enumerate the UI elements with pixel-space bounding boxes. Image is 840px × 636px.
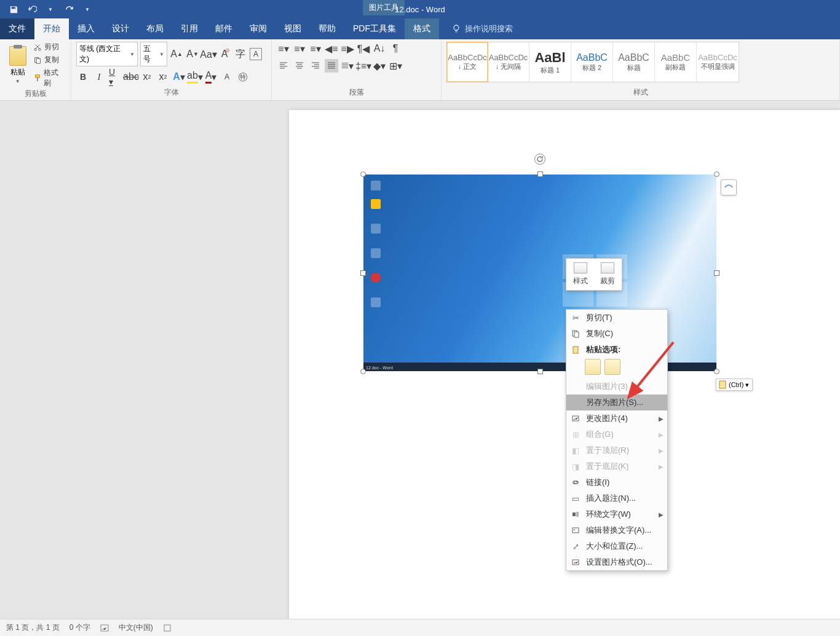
resize-handle-ne[interactable] bbox=[714, 171, 719, 177]
grow-font-button[interactable]: A▲ bbox=[170, 47, 183, 61]
tab-view[interactable]: 视图 bbox=[275, 18, 310, 39]
increase-indent-button[interactable]: ≡▶ bbox=[341, 42, 354, 55]
group-font-label: 字体 bbox=[76, 87, 266, 99]
resize-handle-w[interactable] bbox=[360, 270, 366, 276]
font-name-combo[interactable]: 等线 (西文正文)▼ bbox=[76, 42, 138, 66]
enclose-chars-button[interactable]: ㊕ bbox=[236, 70, 250, 84]
resize-handle-s[interactable] bbox=[537, 369, 543, 374]
subscript-button[interactable]: x2 bbox=[140, 70, 154, 84]
status-page[interactable]: 第 1 页，共 1 页 bbox=[6, 622, 60, 633]
paste-option-2[interactable] bbox=[604, 359, 620, 375]
char-shading-button[interactable]: A bbox=[220, 70, 234, 84]
resize-handle-n[interactable] bbox=[537, 171, 543, 177]
format-painter-button[interactable]: 格式刷 bbox=[33, 68, 66, 88]
qat-dropdown-icon[interactable]: ▼ bbox=[46, 4, 55, 14]
tab-design[interactable]: 设计 bbox=[103, 18, 138, 39]
style-item-subtle[interactable]: AaBbCcDc不明显强调 bbox=[697, 42, 739, 82]
tab-home[interactable]: 开始 bbox=[34, 18, 69, 39]
resize-handle-se[interactable] bbox=[714, 369, 719, 374]
group-icon: ⊞ bbox=[570, 429, 581, 440]
highlight-button[interactable]: ab▾ bbox=[188, 70, 202, 84]
tab-format[interactable]: 格式 bbox=[405, 18, 439, 39]
char-border-button[interactable]: A bbox=[250, 48, 262, 60]
ctx-alt-text[interactable]: 编辑替换文字(A)... bbox=[566, 522, 667, 538]
bullets-button[interactable]: ≡▾ bbox=[277, 42, 290, 55]
align-center-button[interactable] bbox=[293, 59, 306, 73]
justify-button[interactable] bbox=[325, 59, 338, 73]
ctx-cut[interactable]: ✂剪切(T) bbox=[566, 310, 667, 326]
borders-button[interactable]: ⊞▾ bbox=[389, 59, 402, 73]
mini-style-button[interactable]: 样式 bbox=[570, 262, 591, 286]
font-size-combo[interactable]: 五号▼ bbox=[140, 42, 167, 66]
strikethrough-button[interactable]: abc bbox=[124, 70, 138, 84]
svg-rect-12 bbox=[573, 528, 579, 533]
qat-customize-icon[interactable]: ▼ bbox=[82, 4, 92, 14]
paste-button[interactable]: 粘贴 ▼ bbox=[5, 42, 31, 88]
underline-button[interactable]: U ▾ bbox=[108, 70, 122, 84]
resize-handle-sw[interactable] bbox=[360, 369, 366, 374]
cut-button[interactable]: 剪切 bbox=[33, 42, 66, 52]
style-item-subtitle[interactable]: AaBbC副标题 bbox=[655, 42, 697, 82]
desktop-icon bbox=[370, 181, 382, 191]
bold-button[interactable]: B bbox=[76, 70, 90, 84]
font-color-button[interactable]: A▾ bbox=[204, 70, 218, 84]
numbering-button[interactable]: ≡▾ bbox=[293, 42, 306, 55]
tab-review[interactable]: 审阅 bbox=[241, 18, 275, 39]
rotate-handle[interactable] bbox=[534, 154, 545, 165]
save-icon[interactable] bbox=[9, 4, 18, 14]
clear-formatting-button[interactable]: A⊘ bbox=[218, 47, 231, 61]
ctx-insert-caption[interactable]: ▭插入题注(N)... bbox=[566, 490, 667, 506]
ctx-save-as-picture[interactable]: 另存为图片(S)... bbox=[566, 395, 667, 410]
show-marks-button[interactable]: ¶ bbox=[389, 42, 402, 55]
phonetic-guide-button[interactable]: 字 bbox=[234, 47, 247, 61]
style-item-title[interactable]: AaBbC标题 bbox=[613, 42, 655, 82]
line-spacing-button[interactable]: ‡≡▾ bbox=[357, 59, 370, 73]
ctx-wrap-text[interactable]: 环绕文字(W)▶ bbox=[566, 506, 667, 522]
resize-handle-nw[interactable] bbox=[360, 171, 366, 177]
ctx-copy[interactable]: 复制(C) bbox=[566, 326, 667, 342]
paste-ctrl-tag[interactable]: (Ctrl) ▾ bbox=[716, 379, 753, 391]
svg-rect-8 bbox=[574, 332, 579, 337]
status-language[interactable]: 中文(中国) bbox=[119, 622, 153, 633]
tab-file[interactable]: 文件 bbox=[0, 18, 34, 39]
resize-handle-e[interactable] bbox=[714, 270, 719, 276]
align-left-button[interactable] bbox=[277, 59, 290, 73]
ctx-size-position[interactable]: ⤢大小和位置(Z)... bbox=[566, 538, 667, 554]
style-item-normal[interactable]: AaBbCcDc↓ 正文 bbox=[446, 42, 488, 82]
italic-button[interactable]: I bbox=[92, 70, 106, 84]
style-item-nospacing[interactable]: AaBbCcDc↓ 无间隔 bbox=[488, 42, 529, 82]
multilevel-list-button[interactable]: ≡▾ bbox=[309, 42, 322, 55]
style-item-heading2[interactable]: AaBbC标题 2 bbox=[571, 42, 613, 82]
mini-crop-button[interactable]: 裁剪 bbox=[597, 262, 618, 286]
sort-button[interactable]: A↓ bbox=[373, 42, 386, 55]
change-case-button[interactable]: Aa▾ bbox=[202, 47, 215, 61]
style-item-heading1[interactable]: AaBl标题 1 bbox=[529, 42, 571, 82]
tab-help[interactable]: 帮助 bbox=[310, 18, 344, 39]
superscript-button[interactable]: x2 bbox=[156, 70, 170, 84]
ctx-format-picture[interactable]: 设置图片格式(O)... bbox=[566, 554, 667, 570]
redo-icon[interactable] bbox=[64, 4, 74, 14]
styles-gallery[interactable]: AaBbCcDc↓ 正文 AaBbCcDc↓ 无间隔 AaBl标题 1 AaBb… bbox=[446, 42, 739, 82]
distributed-button[interactable]: ▾ bbox=[341, 59, 354, 73]
status-macro[interactable] bbox=[163, 624, 172, 632]
shading-button[interactable]: ◆▾ bbox=[373, 59, 386, 73]
paste-option-1[interactable] bbox=[585, 359, 601, 375]
tab-pdf[interactable]: PDF工具集 bbox=[344, 18, 405, 39]
tab-insert[interactable]: 插入 bbox=[69, 18, 103, 39]
decrease-indent-button[interactable]: ◀≡ bbox=[325, 42, 338, 55]
text-effects-button[interactable]: A▾ bbox=[172, 70, 186, 84]
tab-mailings[interactable]: 邮件 bbox=[207, 18, 241, 39]
tab-layout[interactable]: 布局 bbox=[138, 18, 172, 39]
ctx-link[interactable]: 链接(I) bbox=[566, 474, 667, 490]
undo-icon[interactable] bbox=[27, 4, 37, 14]
tab-references[interactable]: 引用 bbox=[172, 18, 207, 39]
ltr-button[interactable]: ¶◀ bbox=[357, 42, 370, 55]
tell-me-search[interactable]: 操作说明搜索 bbox=[439, 18, 513, 39]
ctx-change-picture[interactable]: 更改图片(4)▶ bbox=[566, 410, 667, 426]
shrink-font-button[interactable]: A▼ bbox=[186, 47, 199, 61]
copy-button[interactable]: 复制 bbox=[33, 55, 66, 65]
status-word-count[interactable]: 0 个字 bbox=[69, 622, 90, 633]
align-right-button[interactable] bbox=[309, 59, 322, 73]
status-proofing[interactable] bbox=[100, 624, 109, 632]
layout-options-button[interactable] bbox=[721, 179, 737, 195]
